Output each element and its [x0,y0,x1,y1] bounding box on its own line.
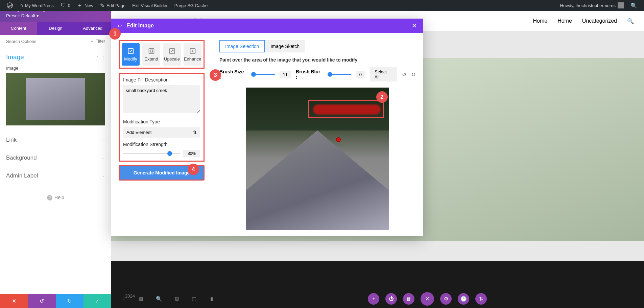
image-thumbnail[interactable] [6,73,105,125]
tablet-icon[interactable]: ▢ [188,293,200,305]
trash-icon[interactable]: 🗑 [403,293,414,305]
svg-rect-3 [169,48,174,53]
wp-logo[interactable] [3,0,16,11]
phone-icon[interactable]: ▮ [206,293,217,305]
svg-rect-4 [190,48,195,53]
search-input[interactable] [6,38,86,44]
settings-gear-icon[interactable]: ⚙ [440,293,452,305]
close-builder-icon[interactable]: ✕ [421,292,434,306]
brush-controls: Brush Size : 11 Brush Blur : 0 Select Al… [219,67,415,81]
tab-design[interactable]: Design [37,22,74,35]
user-avatar [618,2,624,8]
back-arrow-icon[interactable]: ↩ [117,23,122,29]
nav-uncategorized[interactable]: Uncategorized [582,18,617,24]
section-admin-label[interactable]: Admin Label⌄ [0,167,111,185]
paint-canvas[interactable] [246,88,389,230]
edit-right-panel: Image Selection Image Sketch Paint over … [212,33,423,236]
paint-instruction: Paint over the area of the image that yo… [219,57,415,63]
image-label: Image [6,66,105,71]
form-section: Image Fill Description small backyard cr… [119,73,205,162]
paint-highlight-box [308,100,384,118]
modification-strength-label: Modification Strength [123,142,200,147]
filter-button[interactable]: ＋ Filter [90,38,105,44]
section-background[interactable]: Background⌄ [0,149,111,167]
brush-cursor [336,137,341,142]
modification-type-select[interactable]: Add Element⇅ [123,127,200,138]
howdy-user[interactable]: Howdy, thechristophermorris [557,0,627,11]
select-all-button[interactable]: Select All [370,67,397,81]
brush-blur-value: 0 [356,71,365,78]
tab-advanced[interactable]: Advanced [74,22,111,35]
brush-blur-slider[interactable] [328,74,351,75]
step-badge-3: 3 [210,69,221,81]
svg-point-0 [7,3,13,8]
desktop-icon[interactable]: 🖥 [171,293,182,305]
svg-rect-1 [128,48,133,53]
nav-home-1[interactable]: Home [533,18,547,24]
ellipsis-icon[interactable]: ⋮ [101,55,105,60]
help-link[interactable]: ?Help [0,185,111,211]
add-icon[interactable]: ＋ [368,293,379,305]
section-link[interactable]: Link⌄ [0,131,111,149]
edit-modal-title: Edit Image [126,23,154,29]
wireframe-icon[interactable]: ▦ [136,293,147,305]
svg-rect-2 [149,48,154,53]
cancel-button[interactable]: ✕ [0,294,28,308]
sort-icon[interactable]: ⇅ [475,293,487,305]
nav-search-icon[interactable]: 🔍 [627,18,634,24]
upscale-button[interactable]: Upscale [163,43,181,66]
chevron-down-icon: ⌄ [102,173,105,178]
site-name[interactable]: ⌂My WordPress [16,0,57,11]
modification-type-label: Modification Type [123,119,200,124]
strength-slider[interactable] [123,153,180,154]
fill-description-label: Image Fill Description [123,77,200,82]
settings-search-row: ＋ Filter [0,35,111,48]
save-button[interactable]: ✓ [84,294,111,308]
close-icon[interactable]: ✕ [412,22,417,29]
tab-content[interactable]: Content [0,22,37,35]
step-badge-4: 4 [188,164,199,175]
redo-button[interactable]: ↻ [56,294,84,308]
bottom-toolbar: ⋮ ▦ 🔍 🖥 ▢ ▮ ＋ ⏻ 🗑 ✕ ⚙ 🕒 ⇅ [111,289,644,308]
more-icon[interactable]: ⋮ [118,293,129,305]
modify-button[interactable]: Modify [122,43,140,66]
chevron-up-icon: ⌃ [96,55,99,60]
image-tabs: Image Selection Image Sketch [219,40,415,52]
section-image-header[interactable]: Image ⌃ ⋮ [0,48,111,64]
brush-size-value: 11 [280,71,291,78]
power-icon[interactable]: ⏻ [385,293,397,305]
search-icon[interactable]: 🔍 [627,0,641,11]
undo-button[interactable]: ↺ [28,294,55,308]
step-badge-1: 1 [109,28,121,40]
settings-panel: Image Settings Preset: Default ▾ ⛶ ◨ ⋮ C… [0,0,111,308]
strength-value: 80% [183,150,200,157]
settings-footer: ✕ ↺ ↻ ✓ [0,294,111,308]
edit-page[interactable]: ✎Edit Page [97,0,129,11]
chevron-down-icon: ⌄ [102,156,105,160]
fill-description-input[interactable]: small backyard creek [123,85,200,113]
comments[interactable]: 🗨0 [57,0,74,11]
exit-visual-builder[interactable]: Exit Visual Builder [129,0,171,11]
redo-icon[interactable]: ↻ [411,71,415,78]
settings-tabs: Content Design Advanced [0,22,111,35]
purge-cache[interactable]: Purge SG Cache [171,0,211,11]
wp-admin-bar: ⌂My WordPress 🗨0 ＋New ✎Edit Page Exit Vi… [0,0,644,11]
brush-size-slider[interactable] [251,74,275,75]
chevron-down-icon: ⌄ [102,138,105,142]
brush-blur-label: Brush Blur : [296,69,323,80]
new-content[interactable]: ＋New [74,0,97,11]
section-image: Image ⌃ ⋮ Image [0,48,111,131]
undo-icon[interactable]: ↺ [402,71,406,78]
brush-size-label: Brush Size : [219,69,246,80]
zoom-icon[interactable]: 🔍 [153,293,165,305]
tab-image-sketch[interactable]: Image Sketch [265,40,305,52]
preset-selector[interactable]: Preset: Default ▾ [6,13,105,18]
action-group: Modify Extend Upscale Enhance [119,40,205,69]
nav-home-2[interactable]: Home [557,18,572,24]
history-icon[interactable]: 🕒 [458,293,469,305]
enhance-button[interactable]: Enhance [184,43,201,66]
extend-button[interactable]: Extend [142,43,160,66]
edit-modal-header: ↩ Edit Image ✕ [111,19,423,33]
tab-image-selection[interactable]: Image Selection [219,40,265,52]
edit-image-modal: ↩ Edit Image ✕ Modify Extend Upscale [111,19,423,236]
